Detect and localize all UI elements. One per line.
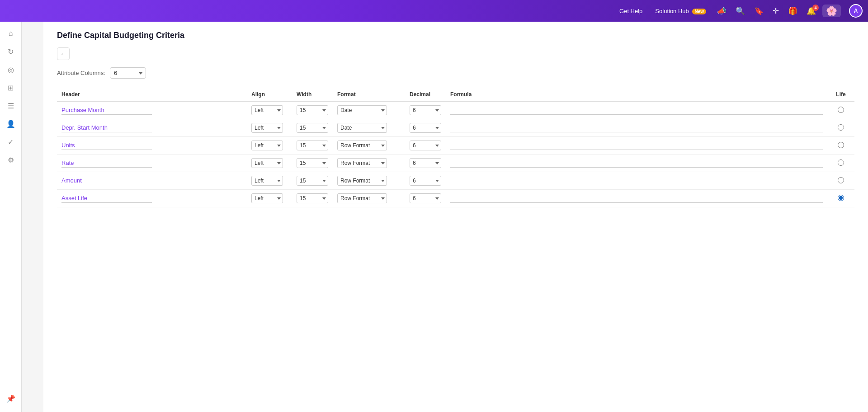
col-header-width: Width [292,88,333,102]
cell-formula-row-rate [446,154,827,172]
solution-hub-badge: New [692,9,706,14]
align-select-row-purchase-month[interactable]: LeftCenterRight [251,105,283,115]
cell-align-row-rate: LeftCenterRight [247,154,292,172]
megaphone-icon[interactable]: 📣 [714,5,729,18]
cell-width-row-units: 101215182025 [292,137,333,154]
sidebar-item-target[interactable]: ◎ [3,61,19,78]
cell-format-row-units: DateRow FormatNumberText [333,137,405,154]
header-input-row-purchase-month[interactable] [61,106,152,115]
decimal-select-row-units[interactable]: 0123456 [410,140,441,150]
width-select-row-depr-start-month[interactable]: 101215182025 [297,123,328,133]
format-select-row-asset-life[interactable]: DateRow FormatNumberText [337,193,387,203]
cell-header-row-depr-start-month [57,119,247,137]
width-select-row-amount[interactable]: 101215182025 [297,176,328,186]
attribute-columns-label: Attribute Columns: [57,70,105,76]
decimal-select-row-rate[interactable]: 0123456 [410,158,441,168]
format-select-row-amount[interactable]: DateRow FormatNumberText [337,176,387,186]
cell-life-row-depr-start-month [827,119,854,137]
col-header-life: Life [827,88,854,102]
formula-input-row-rate[interactable] [450,159,823,168]
align-select-row-units[interactable]: LeftCenterRight [251,140,283,150]
width-select-row-purchase-month[interactable]: 101215182025 [297,105,328,115]
main-content: Define Capital Budgeting Criteria ← Attr… [43,22,868,412]
cell-align-row-asset-life: LeftCenterRight [247,190,292,207]
cell-life-row-asset-life [827,190,854,207]
top-navigation: Get Help Solution Hub New 📣 🔍 🔖 ✛ 🎁 🔔 4 … [0,0,868,22]
header-input-row-amount[interactable] [61,176,152,185]
life-radio-row-amount[interactable] [838,177,844,183]
topnav-links: Get Help Solution Hub New 📣 🔍 🔖 ✛ 🎁 🔔 4 … [615,4,863,18]
cell-format-row-amount: DateRow FormatNumberText [333,172,405,190]
format-select-row-units[interactable]: DateRow FormatNumberText [337,140,387,150]
width-select-row-units[interactable]: 101215182025 [297,140,328,150]
sidebar-pin-icon[interactable]: 📌 [3,390,19,407]
life-radio-row-depr-start-month[interactable] [838,124,844,131]
header-input-row-asset-life[interactable] [61,194,152,203]
user-avatar[interactable]: A [849,4,863,18]
get-help-link[interactable]: Get Help [615,6,647,16]
align-select-row-rate[interactable]: LeftCenterRight [251,158,283,168]
life-radio-row-purchase-month[interactable] [838,107,844,113]
app-logo-button[interactable]: 🌸 [822,5,841,17]
sidebar-item-people[interactable]: 👤 [3,116,19,132]
search-icon[interactable]: 🔍 [733,5,748,18]
attribute-columns-select[interactable]: 12345678 [110,67,146,79]
cell-header-row-rate [57,154,247,172]
format-select-row-rate[interactable]: DateRow FormatNumberText [337,158,387,168]
formula-input-row-asset-life[interactable] [450,194,823,203]
sidebar-item-checklist[interactable]: ✓ [3,134,19,150]
format-select-row-purchase-month[interactable]: DateRow FormatNumberText [337,105,387,115]
cell-header-row-asset-life [57,190,247,207]
decimal-select-row-asset-life[interactable]: 0123456 [410,193,441,203]
cell-width-row-purchase-month: 101215182025 [292,102,333,119]
cell-format-row-rate: DateRow FormatNumberText [333,154,405,172]
gift-icon[interactable]: 🎁 [785,5,800,18]
align-select-row-amount[interactable]: LeftCenterRight [251,176,283,186]
width-select-row-rate[interactable]: 101215182025 [297,158,328,168]
cell-decimal-row-depr-start-month: 0123456 [405,119,446,137]
table-row: LeftCenterRight101215182025DateRow Forma… [57,137,854,154]
cell-formula-row-depr-start-month [446,119,827,137]
align-select-row-depr-start-month[interactable]: LeftCenterRight [251,123,283,133]
col-header-header: Header [57,88,247,102]
width-select-row-asset-life[interactable]: 101215182025 [297,193,328,203]
bell-icon[interactable]: 🔔 4 [804,5,819,18]
crosshair-icon[interactable]: ✛ [770,5,782,18]
life-radio-row-asset-life[interactable] [838,195,844,201]
header-input-row-units[interactable] [61,141,152,150]
cell-life-row-rate [827,154,854,172]
header-input-row-depr-start-month[interactable] [61,123,152,132]
app-logo-flower-icon: 🌸 [826,5,837,16]
life-radio-row-units[interactable] [838,142,844,148]
solution-hub-link[interactable]: Solution Hub New [651,6,711,16]
header-input-row-rate[interactable] [61,159,152,168]
decimal-select-row-purchase-month[interactable]: 0123456 [410,105,441,115]
bookmark-icon[interactable]: 🔖 [751,5,766,18]
cell-life-row-amount [827,172,854,190]
formula-input-row-purchase-month[interactable] [450,106,823,115]
formula-input-row-amount[interactable] [450,177,823,185]
solution-hub-label: Solution Hub [655,8,689,14]
sidebar-item-home[interactable]: ⌂ [3,25,19,42]
sidebar-item-refresh[interactable]: ↻ [3,43,19,60]
cell-formula-row-units [446,137,827,154]
back-button[interactable]: ← [57,47,70,60]
cell-decimal-row-rate: 0123456 [405,154,446,172]
decimal-select-row-depr-start-month[interactable]: 0123456 [410,123,441,133]
page-title: Define Capital Budgeting Criteria [57,31,854,40]
sidebar-item-chart[interactable]: ☰ [3,98,19,114]
life-radio-row-rate[interactable] [838,159,844,166]
sidebar-item-grid[interactable]: ⊞ [3,80,19,96]
cell-decimal-row-asset-life: 0123456 [405,190,446,207]
align-select-row-asset-life[interactable]: LeftCenterRight [251,193,283,203]
cell-decimal-row-units: 0123456 [405,137,446,154]
decimal-select-row-amount[interactable]: 0123456 [410,176,441,186]
format-select-row-depr-start-month[interactable]: DateRow FormatNumberText [337,123,387,133]
formula-input-row-units[interactable] [450,141,823,150]
cell-format-row-asset-life: DateRow FormatNumberText [333,190,405,207]
cell-align-row-purchase-month: LeftCenterRight [247,102,292,119]
formula-input-row-depr-start-month[interactable] [450,124,823,132]
cell-formula-row-asset-life [446,190,827,207]
sidebar-item-settings[interactable]: ⚙ [3,152,19,168]
cell-align-row-units: LeftCenterRight [247,137,292,154]
